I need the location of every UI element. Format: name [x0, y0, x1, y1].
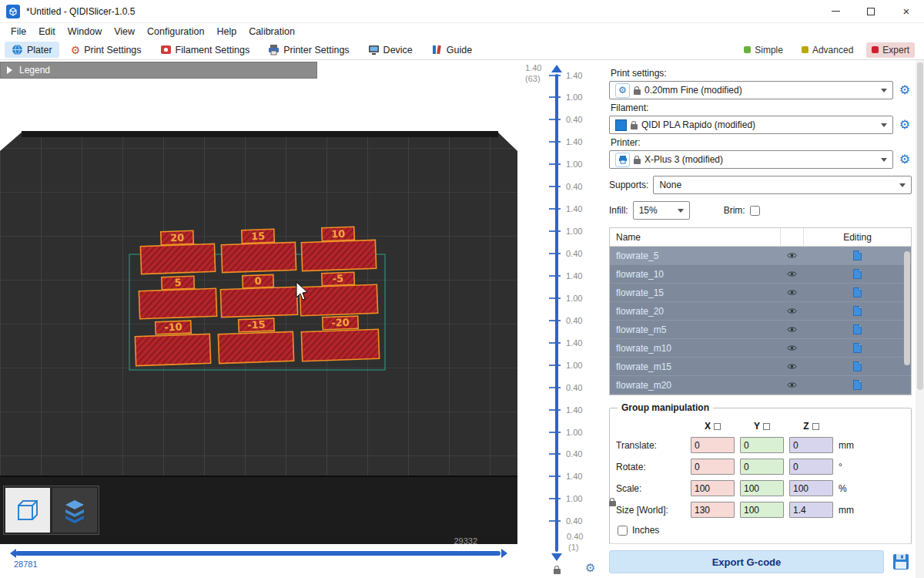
layer-lock-icon[interactable]: [554, 569, 561, 574]
inches-checkbox[interactable]: [618, 526, 628, 536]
manipulation-x-input[interactable]: [691, 459, 735, 475]
layer-tick[interactable]: 1.00: [549, 428, 582, 436]
manipulation-z-input[interactable]: [789, 459, 833, 475]
layer-slider-down-arrow[interactable]: [551, 553, 562, 561]
object-name[interactable]: flowrate_m20: [610, 380, 780, 391]
minimize-button[interactable]: [818, 0, 853, 22]
manipulation-z-input[interactable]: [789, 502, 833, 518]
visibility-eye-icon[interactable]: [780, 363, 803, 370]
name-column-header[interactable]: Name: [610, 232, 780, 243]
edit-object-icon[interactable]: [803, 287, 911, 297]
infill-combo[interactable]: 15%: [633, 201, 690, 220]
manipulation-y-input[interactable]: [740, 502, 784, 518]
menu-item[interactable]: View: [108, 25, 141, 39]
menu-item[interactable]: Calibration: [243, 25, 301, 39]
manipulation-z-input[interactable]: [789, 480, 833, 496]
export-gcode-button[interactable]: Export G-code: [609, 550, 884, 573]
close-button[interactable]: ×: [889, 0, 924, 22]
layer-tick[interactable]: 0.40: [549, 517, 582, 526]
layer-tick[interactable]: 1.40: [549, 338, 582, 347]
mode-expert[interactable]: Expert: [866, 42, 915, 58]
visibility-eye-icon[interactable]: [780, 252, 803, 259]
layer-tick[interactable]: 0.40: [549, 450, 582, 459]
object-name[interactable]: flowrate_15: [610, 287, 780, 298]
layer-tick[interactable]: 0.40: [549, 383, 582, 391]
edit-object-icon[interactable]: [803, 380, 911, 390]
edit-object-icon[interactable]: [803, 306, 911, 316]
manipulation-y-input[interactable]: [740, 437, 784, 453]
object-list-row[interactable]: flowrate_m15: [610, 358, 911, 376]
printer-combo[interactable]: X-Plus 3 (modified): [609, 150, 893, 169]
object-list-row[interactable]: flowrate_m5: [610, 321, 911, 339]
layer-tick[interactable]: 1.40: [549, 71, 582, 79]
visibility-eye-icon[interactable]: [780, 271, 803, 277]
horizontal-move-slider[interactable]: 29332 28781: [12, 538, 508, 570]
manipulation-y-input[interactable]: [740, 459, 784, 475]
object-name[interactable]: flowrate_m15: [610, 361, 780, 372]
object-list-scrollbar[interactable]: [904, 251, 910, 365]
object-name[interactable]: flowrate_10: [610, 269, 780, 280]
visibility-eye-icon[interactable]: [780, 289, 803, 296]
menu-item[interactable]: File: [5, 25, 32, 39]
menu-item[interactable]: Edit: [32, 25, 62, 39]
layer-tick[interactable]: 1.00: [549, 93, 582, 102]
printer-gear-button[interactable]: ⚙: [898, 153, 912, 166]
print-settings-combo[interactable]: ⚙ 0.20mm Fine (modified): [609, 81, 893, 99]
tab-plater[interactable]: Plater: [5, 42, 59, 58]
visibility-eye-icon[interactable]: [780, 307, 803, 314]
sidebar-scrollbar-thumb[interactable]: [917, 62, 923, 390]
edit-object-icon[interactable]: [803, 361, 911, 371]
edit-object-icon[interactable]: [803, 343, 911, 353]
layer-tick[interactable]: 1.40: [549, 405, 582, 414]
layer-tick[interactable]: 1.40: [549, 205, 582, 213]
layer-tick[interactable]: 1.40: [549, 138, 582, 146]
tab-device[interactable]: Device: [361, 42, 420, 58]
visibility-eye-icon[interactable]: [780, 381, 803, 388]
object-name[interactable]: flowrate_5: [610, 250, 780, 261]
layer-tick[interactable]: 0.40: [549, 116, 582, 124]
layers-view-button[interactable]: [52, 488, 97, 533]
object-list-row[interactable]: flowrate_20: [610, 302, 911, 321]
layer-tick[interactable]: 1.00: [549, 160, 582, 169]
object-name[interactable]: flowrate_m5: [610, 324, 780, 335]
layer-tick[interactable]: 1.00: [549, 361, 582, 369]
manipulation-x-input[interactable]: [691, 480, 735, 496]
visibility-eye-icon[interactable]: [780, 344, 803, 351]
move-slider-right-arrow[interactable]: [501, 549, 507, 558]
layer-tick[interactable]: 0.40: [549, 250, 582, 258]
supports-combo[interactable]: None: [653, 176, 912, 194]
visibility-eye-icon[interactable]: [780, 326, 803, 333]
uniform-scale-lock-icon[interactable]: [609, 501, 616, 506]
edit-object-icon[interactable]: [803, 250, 911, 260]
object-name[interactable]: flowrate_20: [610, 306, 780, 317]
layer-tick[interactable]: 1.40: [549, 271, 582, 280]
menu-item[interactable]: Configuration: [141, 25, 210, 39]
edit-object-icon[interactable]: [803, 269, 911, 279]
tab-print-settings[interactable]: ⚙ Print Settings: [64, 42, 149, 58]
3d-viewport[interactable]: 20 15 10 5 0: [0, 60, 517, 578]
legend-bar[interactable]: Legend: [0, 62, 317, 79]
object-name[interactable]: flowrate_m10: [610, 343, 780, 354]
layer-tick[interactable]: 1.00: [549, 294, 582, 302]
mode-simple[interactable]: Simple: [738, 42, 788, 58]
object-list-row[interactable]: flowrate_5: [610, 247, 911, 265]
layer-tick[interactable]: 0.40: [549, 183, 582, 191]
filament-combo[interactable]: QIDI PLA Rapido (modified): [609, 116, 893, 134]
move-slider-left-arrow[interactable]: [10, 549, 16, 558]
export-to-sd-button[interactable]: [890, 550, 912, 573]
object-list-row[interactable]: flowrate_15: [610, 284, 911, 302]
filament-gear-button[interactable]: ⚙: [898, 119, 912, 131]
menu-item[interactable]: Window: [62, 25, 108, 39]
manipulation-x-input[interactable]: [691, 502, 735, 518]
tab-printer-settings[interactable]: Printer Settings: [261, 42, 356, 58]
object-list-row[interactable]: flowrate_10: [610, 265, 911, 284]
move-slider-bar[interactable]: [15, 551, 500, 556]
layer-tick[interactable]: 0.40: [549, 316, 582, 324]
manipulation-z-input[interactable]: [789, 437, 833, 453]
layer-settings-gear-icon[interactable]: ⚙: [585, 561, 595, 575]
manipulation-x-input[interactable]: [691, 437, 735, 453]
print-settings-gear-button[interactable]: ⚙: [898, 84, 912, 96]
layer-tick[interactable]: 1.00: [549, 495, 582, 503]
manipulation-y-input[interactable]: [740, 480, 784, 496]
object-list-row[interactable]: flowrate_m10: [610, 339, 911, 358]
